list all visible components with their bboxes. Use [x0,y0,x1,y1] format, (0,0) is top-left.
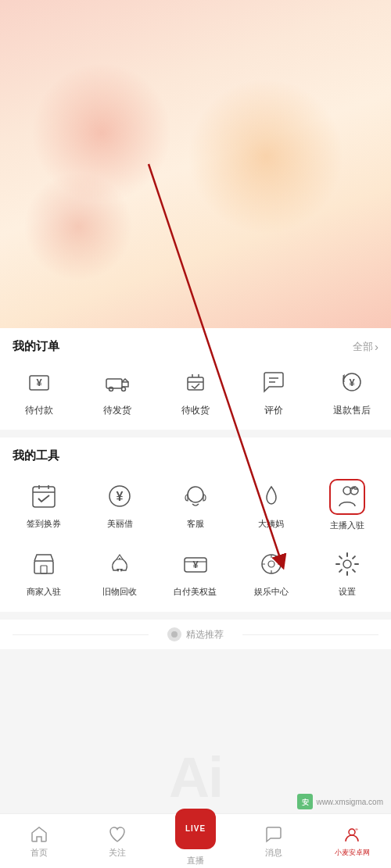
svg-point-22 [268,561,274,567]
svg-rect-3 [106,379,122,388]
divider-sparkle-icon [167,627,181,641]
entertainment-label: 娱乐中心 [254,586,289,598]
order-pending-payment[interactable]: ¥ 待付款 [0,365,78,417]
checkin-icon [27,479,61,513]
live-icon-text: LIVE [185,824,206,833]
svg-text:¥: ¥ [117,490,124,503]
baifu-label: 白付美权益 [174,586,217,598]
meilijie-label: 美丽借 [107,518,133,530]
divider-line-right [242,634,378,635]
home-icon [29,824,49,845]
watermark-text: www.xmsigma.com [316,798,383,806]
pending-receive-icon [178,365,213,399]
svg-point-27 [349,829,355,835]
order-pending-receive[interactable]: 待收货 [156,365,235,417]
orders-section: 我的订单 全部 ¥ 待付款 [0,328,391,430]
follow-label: 关注 [109,847,126,859]
tool-anchor[interactable]: 主播入驻 [309,471,385,539]
profile-header [0,0,391,328]
svg-rect-18 [41,566,47,573]
tool-meilijie[interactable]: ¥ 美丽借 [82,471,158,539]
svg-point-5 [122,388,126,391]
order-review[interactable]: 评价 [235,365,313,417]
tools-header: 我的工具 [0,438,391,471]
orders-title: 我的订单 [13,339,59,354]
order-icons-row: ¥ 待付款 待发货 [0,362,391,430]
order-pending-ship[interactable]: 待发货 [78,365,156,417]
dayima-icon [254,479,289,513]
bottom-navigation: 首页 关注 LIVE 直播 消息 [0,813,391,868]
refund-label: 退款售后 [333,404,371,417]
profile-label: 小麦安卓网 [335,848,370,858]
nav-follow[interactable]: 关注 [78,824,156,859]
recommendation-divider: 精选推荐 [0,620,391,649]
live-label: 直播 [187,855,204,866]
orders-all-link[interactable]: 全部 [353,340,378,354]
tool-customer-service[interactable]: 客服 [158,471,234,539]
refund-icon: ¥ [335,365,369,399]
svg-point-14 [188,487,203,502]
checkin-label: 签到换券 [27,518,61,530]
tool-settings[interactable]: 设置 [309,539,385,605]
entertainment-icon [254,547,289,581]
merchant-icon [27,547,61,581]
watermark: 安 www.xmsigma.com [297,794,383,809]
svg-rect-11 [33,487,55,507]
svg-point-24 [171,631,178,638]
blob-3 [23,172,133,281]
profile-icon [342,825,362,845]
recycle-label: 旧物回收 [102,586,137,598]
tool-merchant[interactable]: 商家入驻 [6,539,82,605]
merchant-label: 商家入驻 [27,586,61,598]
divider-label: 精选推荐 [186,628,224,641]
pending-payment-icon: ¥ [22,365,56,399]
nav-profile[interactable]: 小麦安卓网 [313,825,391,858]
svg-point-4 [109,388,113,391]
ai-text-overlay: Ai [169,745,222,809]
tools-grid: 签到换券 ¥ 美丽借 [0,471,391,612]
order-refund[interactable]: ¥ 退款售后 [313,365,391,417]
review-icon [256,365,291,399]
tool-checkin[interactable]: 签到换券 [6,471,82,539]
dayima-label: 大姨妈 [258,518,284,530]
settings-icon [330,547,364,581]
chat-icon [264,824,284,845]
svg-text:¥: ¥ [349,377,355,388]
anchor-highlight-wrapper [329,479,365,515]
settings-label: 设置 [339,586,356,598]
nav-live[interactable]: LIVE 直播 [156,816,235,866]
meilijie-icon: ¥ [102,479,137,513]
pending-receive-label: 待收货 [181,404,210,417]
background-blobs [0,0,391,328]
recycle-icon [102,547,137,581]
tools-title: 我的工具 [13,448,59,463]
svg-text:安: 安 [301,798,309,806]
content-area: 我的订单 全部 ¥ 待付款 [0,328,391,649]
tool-entertainment[interactable]: 娱乐中心 [233,539,309,605]
pending-ship-icon [100,365,135,399]
watermark-logo: 安 [297,794,313,809]
home-label: 首页 [30,847,48,859]
tool-baifu[interactable]: ¥ 白付美权益 [158,539,234,605]
divider-line-left [13,634,149,635]
messages-label: 消息 [265,847,282,859]
tool-dayima[interactable]: 大姨妈 [233,471,309,539]
customer-service-label: 客服 [187,518,204,530]
pending-payment-label: 待付款 [25,404,53,417]
live-button[interactable]: LIVE [175,809,216,849]
nav-home[interactable]: 首页 [0,824,78,859]
anchor-label: 主播入驻 [330,520,364,531]
svg-text:¥: ¥ [36,377,42,388]
baifu-icon: ¥ [178,547,213,581]
review-label: 评价 [264,404,283,417]
tool-recycle[interactable]: 旧物回收 [82,539,158,605]
anchor-icon [333,483,361,511]
heart-icon [107,824,127,845]
tools-section: 我的工具 签到换券 [0,438,391,612]
divider-text-wrap: 精选推荐 [167,627,224,641]
blob-2 [188,78,344,234]
customer-service-icon [178,479,213,513]
orders-header: 我的订单 全部 [0,328,391,362]
svg-point-23 [343,560,351,568]
nav-messages[interactable]: 消息 [235,824,313,859]
